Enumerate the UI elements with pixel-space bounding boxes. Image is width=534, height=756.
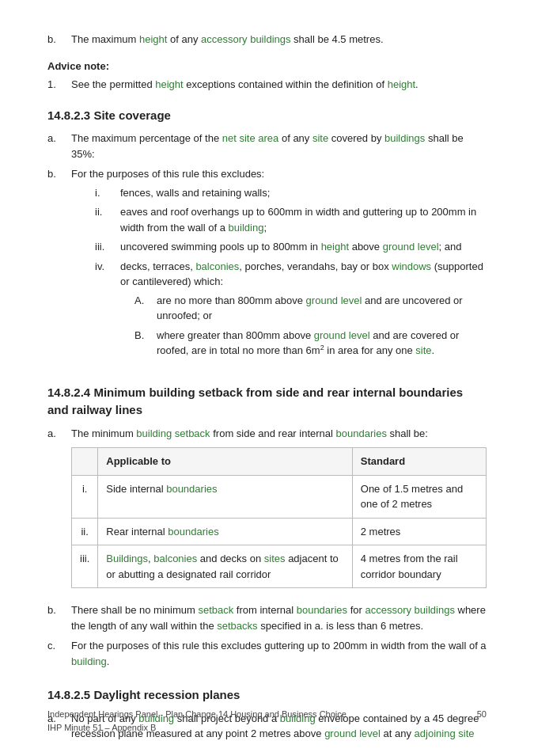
setback-table: Applicable to Standard i. Side internal … bbox=[71, 447, 487, 588]
advice-note: Advice note: 1. See the permitted height… bbox=[47, 59, 487, 93]
page-number: 50 bbox=[477, 709, 487, 719]
row-i-label: i. bbox=[72, 475, 98, 518]
intro-b-text: The maximum height of any accessory buil… bbox=[71, 32, 384, 47]
row-ii-label: ii. bbox=[72, 518, 98, 545]
intro-b-label: b. bbox=[47, 32, 62, 47]
table-row: i. Side internal boundaries One of 1.5 m… bbox=[72, 475, 487, 518]
section-823-heading: 14.8.2.3 Site coverage bbox=[47, 107, 487, 125]
table-col1-header: Applicable to bbox=[98, 448, 353, 476]
section-824-a: a. The minimum building setback from sid… bbox=[47, 426, 487, 597]
list-roman-ii: ii. eaves and roof overhangs up to 600mm… bbox=[95, 204, 487, 235]
footer-line1: Independent Hearings Panel - Plan Change… bbox=[47, 708, 347, 721]
section-824-heading: 14.8.2.4 Minimum building setback from s… bbox=[47, 384, 487, 420]
section-824: 14.8.2.4 Minimum building setback from s… bbox=[47, 384, 487, 670]
list-upper-B: B. where greater than 800mm above ground… bbox=[134, 328, 487, 359]
section-823: 14.8.2.3 Site coverage a. The maximum pe… bbox=[47, 107, 487, 367]
row-iii-label: iii. bbox=[72, 545, 98, 588]
row-iii-col2: 4 metres from the rail corridor boundary bbox=[352, 545, 486, 588]
table-header-empty bbox=[72, 448, 98, 476]
row-ii-col1: Rear internal boundaries bbox=[98, 518, 353, 545]
advice-note-item1: 1. See the permitted height exceptions c… bbox=[47, 77, 487, 93]
table-row: ii. Rear internal boundaries 2 metres bbox=[72, 518, 487, 545]
footer-left: Independent Hearings Panel - Plan Change… bbox=[47, 708, 347, 734]
intro-b-item: b. The maximum height of any accessory b… bbox=[47, 32, 487, 47]
list-roman-iii: iii. uncovered swimming pools up to 800m… bbox=[95, 239, 487, 255]
row-iii-col1: Buildings, balconies and decks on sites … bbox=[98, 545, 353, 588]
section-823-a: a. The maximum percentage of the net sit… bbox=[47, 131, 487, 161]
section-823-b: b. For the purposes of this rule this ex… bbox=[47, 166, 487, 367]
section-824-c: c. For the purposes of this rule this ex… bbox=[47, 638, 487, 669]
footer-line2: IHP Minute 51 – Appendix B bbox=[47, 721, 347, 735]
row-ii-col2: 2 metres bbox=[352, 518, 486, 545]
section-825-heading: 14.8.2.5 Daylight recession planes bbox=[47, 686, 487, 705]
table-col2-header: Standard bbox=[352, 448, 486, 476]
list-upper-A: A. are no more than 800mm above ground l… bbox=[134, 293, 487, 324]
table-row: iii. Buildings, balconies and decks on s… bbox=[72, 545, 487, 588]
section-824-b: b. There shall be no minimum setback fro… bbox=[47, 602, 487, 633]
list-roman-iv: iv. decks, terraces, balconies, porches,… bbox=[95, 259, 487, 363]
advice-note-heading: Advice note: bbox=[47, 59, 487, 74]
footer-right: 50 bbox=[477, 708, 487, 734]
row-i-col1: Side internal boundaries bbox=[98, 475, 353, 518]
row-i-col2: One of 1.5 metres and one of 2 metres bbox=[352, 475, 486, 518]
list-roman-i: i. fences, walls and retaining walls; bbox=[95, 185, 487, 201]
footer: Independent Hearings Panel - Plan Change… bbox=[0, 708, 534, 734]
